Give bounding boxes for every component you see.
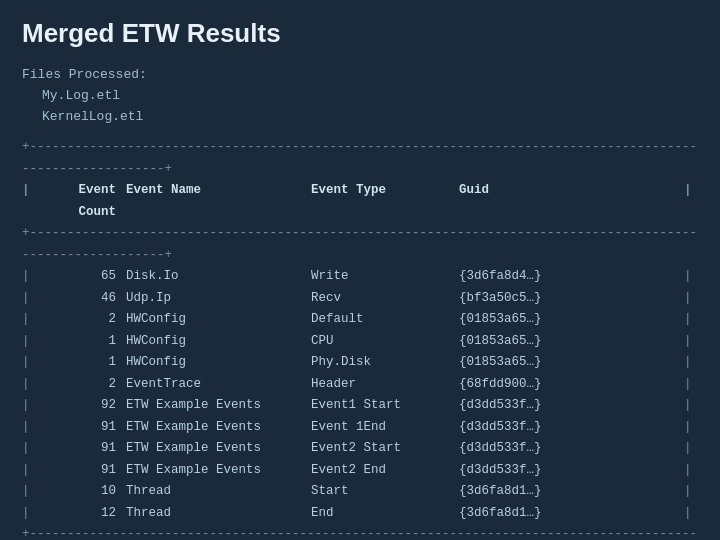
- cell-count: 2: [36, 309, 126, 331]
- cell-type: End: [311, 503, 459, 525]
- pipe-left: |: [22, 417, 36, 439]
- table-row: | 91 ETW Example Events Event2 Start {d3…: [22, 438, 698, 460]
- table-row: | 12 Thread End {3d6fa8d1…} |: [22, 503, 698, 525]
- header-guid: Guid: [459, 180, 684, 223]
- table-row: | 1 HWConfig Phy.Disk {01853a65…} |: [22, 352, 698, 374]
- pipe-right: |: [684, 417, 698, 439]
- cell-count: 91: [36, 417, 126, 439]
- cell-type: Recv: [311, 288, 459, 310]
- table-body: | 65 Disk.Io Write {3d6fa8d4…} | | 46 Ud…: [22, 266, 698, 524]
- files-label: Files Processed:: [22, 65, 698, 86]
- pipe-right: |: [684, 374, 698, 396]
- pipe-left: |: [22, 395, 36, 417]
- cell-type: Start: [311, 481, 459, 503]
- cell-name: Udp.Ip: [126, 288, 311, 310]
- cell-count: 1: [36, 331, 126, 353]
- cell-guid: {3d6fa8d1…}: [459, 481, 684, 503]
- table-row: | 2 HWConfig Default {01853a65…} |: [22, 309, 698, 331]
- cell-guid: {01853a65…}: [459, 331, 684, 353]
- pipe-left: |: [22, 331, 36, 353]
- cell-count: 91: [36, 438, 126, 460]
- pipe-right: |: [684, 460, 698, 482]
- pipe-right: |: [684, 331, 698, 353]
- table-row: | 1 HWConfig CPU {01853a65…} |: [22, 331, 698, 353]
- cell-type: Event2 End: [311, 460, 459, 482]
- pipe-right: |: [684, 309, 698, 331]
- page-title: Merged ETW Results: [22, 18, 698, 49]
- header-name: Event Name: [126, 180, 311, 223]
- header-type: Event Type: [311, 180, 459, 223]
- pipe-left: |: [22, 503, 36, 525]
- pipe-right: |: [684, 503, 698, 525]
- pipe-left: |: [22, 438, 36, 460]
- cell-name: Thread: [126, 481, 311, 503]
- cell-guid: {01853a65…}: [459, 309, 684, 331]
- table-header: | Event Count Event Name Event Type Guid…: [22, 180, 698, 223]
- pipe-right: |: [684, 395, 698, 417]
- cell-guid: {3d6fa8d4…}: [459, 266, 684, 288]
- file-2: KernelLog.etl: [42, 107, 698, 128]
- table-row: | 10 Thread Start {3d6fa8d1…} |: [22, 481, 698, 503]
- pipe-right: |: [684, 288, 698, 310]
- file-1: My.Log.etl: [42, 86, 698, 107]
- top-divider: +---------------------------------------…: [22, 137, 698, 180]
- pipe-right: |: [684, 481, 698, 503]
- cell-count: 65: [36, 266, 126, 288]
- cell-name: Disk.Io: [126, 266, 311, 288]
- cell-count: 10: [36, 481, 126, 503]
- cell-name: ETW Example Events: [126, 395, 311, 417]
- cell-type: Phy.Disk: [311, 352, 459, 374]
- cell-guid: {3d6fa8d1…}: [459, 503, 684, 525]
- pipe-right: |: [684, 180, 698, 223]
- cell-name: Thread: [126, 503, 311, 525]
- cell-type: Event2 Start: [311, 438, 459, 460]
- files-section: Files Processed: My.Log.etl KernelLog.et…: [22, 65, 698, 127]
- cell-count: 92: [36, 395, 126, 417]
- cell-name: HWConfig: [126, 352, 311, 374]
- cell-count: 46: [36, 288, 126, 310]
- cell-type: Event1 Start: [311, 395, 459, 417]
- cell-guid: {d3dd533f…}: [459, 417, 684, 439]
- table-row: | 91 ETW Example Events Event2 End {d3dd…: [22, 460, 698, 482]
- table-row: | 92 ETW Example Events Event1 Start {d3…: [22, 395, 698, 417]
- header-divider: +---------------------------------------…: [22, 223, 698, 266]
- cell-guid: {d3dd533f…}: [459, 438, 684, 460]
- cell-type: Event 1End: [311, 417, 459, 439]
- cell-guid: {d3dd533f…}: [459, 395, 684, 417]
- cell-count: 12: [36, 503, 126, 525]
- pipe-left: |: [22, 266, 36, 288]
- table-row: | 65 Disk.Io Write {3d6fa8d4…} |: [22, 266, 698, 288]
- pipe-left: |: [22, 481, 36, 503]
- pipe-right: |: [684, 438, 698, 460]
- cell-type: Default: [311, 309, 459, 331]
- cell-name: ETW Example Events: [126, 460, 311, 482]
- cell-name: HWConfig: [126, 309, 311, 331]
- table-row: | 46 Udp.Ip Recv {bf3a50c5…} |: [22, 288, 698, 310]
- cell-guid: {d3dd533f…}: [459, 460, 684, 482]
- bottom-divider: +---------------------------------------…: [22, 524, 698, 540]
- results-table: +---------------------------------------…: [22, 137, 698, 540]
- page-container: Merged ETW Results Files Processed: My.L…: [0, 0, 720, 540]
- pipe-left: |: [22, 352, 36, 374]
- pipe-left: |: [22, 374, 36, 396]
- cell-name: EventTrace: [126, 374, 311, 396]
- cell-count: 1: [36, 352, 126, 374]
- cell-guid: {68fdd900…}: [459, 374, 684, 396]
- cell-type: Header: [311, 374, 459, 396]
- cell-count: 2: [36, 374, 126, 396]
- cell-type: Write: [311, 266, 459, 288]
- cell-guid: {01853a65…}: [459, 352, 684, 374]
- cell-type: CPU: [311, 331, 459, 353]
- pipe-right: |: [684, 352, 698, 374]
- cell-guid: {bf3a50c5…}: [459, 288, 684, 310]
- pipe-left: |: [22, 288, 36, 310]
- table-row: | 91 ETW Example Events Event 1End {d3dd…: [22, 417, 698, 439]
- pipe-right: |: [684, 266, 698, 288]
- table-row: | 2 EventTrace Header {68fdd900…} |: [22, 374, 698, 396]
- pipe-left: |: [22, 180, 36, 223]
- cell-name: ETW Example Events: [126, 417, 311, 439]
- cell-name: HWConfig: [126, 331, 311, 353]
- pipe-left: |: [22, 460, 36, 482]
- header-count: Event Count: [36, 180, 126, 223]
- pipe-left: |: [22, 309, 36, 331]
